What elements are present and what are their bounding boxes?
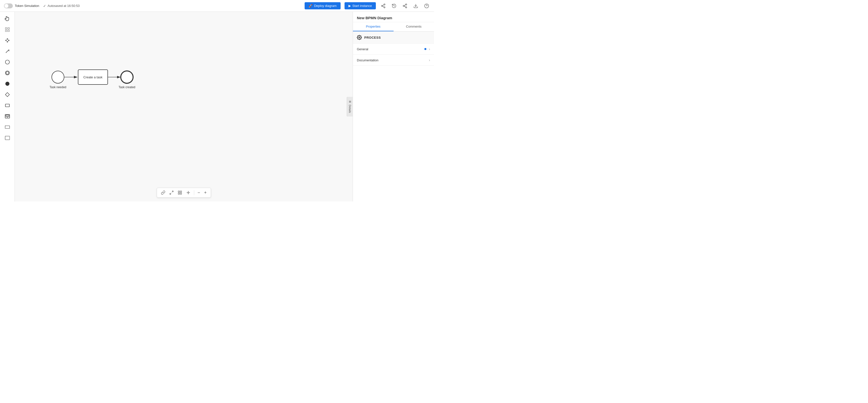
- svg-point-2: [384, 7, 385, 8]
- export-icon: [402, 3, 407, 8]
- svg-rect-32: [6, 115, 9, 116]
- start-instance-label: Start instance: [352, 4, 372, 8]
- subprocess-tool-button[interactable]: [2, 111, 12, 121]
- token-simulation-label: Token Simulation: [15, 4, 39, 8]
- process-label: PROCESS: [364, 36, 381, 39]
- details-label: Details: [348, 105, 351, 113]
- svg-line-9: [404, 5, 406, 5]
- svg-rect-41: [180, 193, 181, 194]
- svg-rect-16: [8, 30, 9, 32]
- share-network-button[interactable]: [380, 2, 387, 9]
- diagram-list-icon: [178, 191, 182, 195]
- check-icon: ✓: [43, 4, 46, 8]
- svg-point-5: [406, 4, 407, 5]
- pool-tool-button[interactable]: [2, 133, 12, 143]
- embed-button[interactable]: [159, 190, 166, 196]
- intermediate-event-icon: [5, 70, 10, 76]
- cursor-tool-button[interactable]: [2, 25, 12, 34]
- event-subprocess-tool-button[interactable]: [2, 122, 12, 132]
- zoom-in-button[interactable]: +: [203, 190, 208, 196]
- task-tool-button[interactable]: [2, 101, 12, 110]
- space-icon: [5, 38, 10, 43]
- fullscreen-icon: [169, 191, 174, 195]
- documentation-section-row[interactable]: Documentation ›: [353, 55, 434, 66]
- align-icon: [186, 191, 190, 195]
- end-event-tool-button[interactable]: [2, 79, 12, 89]
- bottom-divider: [194, 190, 194, 195]
- event-subprocess-icon: [5, 124, 10, 130]
- gateway-tool-button[interactable]: [2, 90, 12, 100]
- intermediate-event-tool-button[interactable]: [2, 68, 12, 78]
- bottom-toolbar: − +: [156, 188, 211, 198]
- documentation-chevron-icon: ›: [429, 58, 430, 62]
- svg-line-8: [404, 6, 406, 7]
- end-event-node[interactable]: [121, 71, 133, 83]
- token-simulation-toggle[interactable]: [4, 3, 13, 8]
- hand-tool-button[interactable]: [2, 14, 12, 24]
- svg-point-26: [5, 82, 9, 86]
- hamburger-icon: ≡: [348, 101, 352, 103]
- end-event-label: Task created: [119, 86, 135, 89]
- svg-rect-38: [178, 191, 179, 192]
- tab-comments[interactable]: Comments: [394, 22, 434, 31]
- subprocess-icon: [5, 113, 10, 119]
- general-chevron-icon: ›: [429, 47, 430, 51]
- help-button[interactable]: [423, 2, 430, 9]
- svg-point-47: [359, 37, 360, 38]
- svg-rect-39: [180, 191, 181, 192]
- gateway-icon: [5, 92, 10, 97]
- svg-line-4: [382, 5, 384, 5]
- general-dot: [424, 48, 426, 50]
- token-simulation-toggle-container: Token Simulation: [4, 3, 39, 8]
- rocket-icon: 🚀: [309, 4, 312, 8]
- history-button[interactable]: [391, 2, 398, 9]
- svg-point-42: [188, 192, 189, 193]
- canvas-area[interactable]: Task needed Create a task Task created ≡…: [15, 12, 353, 201]
- deploy-label: Deploy diagram: [314, 4, 336, 8]
- task-icon: [5, 103, 10, 108]
- align-button[interactable]: [184, 190, 192, 196]
- zoom-out-button[interactable]: −: [196, 190, 202, 196]
- end-event-icon: [5, 81, 10, 87]
- svg-line-36: [172, 191, 173, 192]
- svg-rect-13: [5, 28, 7, 29]
- history-icon: [392, 3, 397, 8]
- lasso-tool-button[interactable]: [2, 46, 12, 56]
- general-section-right: ›: [424, 47, 430, 51]
- lasso-icon: [5, 48, 10, 54]
- start-event-tool-button[interactable]: [2, 57, 12, 67]
- fullscreen-button[interactable]: [167, 190, 175, 196]
- start-instance-button[interactable]: ▶ Start instance: [345, 2, 376, 9]
- start-event-icon: [5, 59, 10, 65]
- svg-point-1: [381, 5, 383, 6]
- svg-rect-33: [5, 126, 9, 129]
- svg-rect-14: [8, 28, 9, 29]
- panel-process-header: PROCESS: [353, 32, 434, 44]
- space-tool-button[interactable]: [2, 35, 12, 45]
- hand-icon: [5, 16, 10, 22]
- svg-point-6: [403, 5, 404, 6]
- pool-icon: [5, 135, 10, 141]
- diagram-list-button[interactable]: [176, 190, 183, 196]
- download-button[interactable]: [412, 2, 419, 9]
- autosave-text: Autosaved at 16:50:53: [48, 4, 80, 8]
- tab-properties[interactable]: Properties: [353, 22, 394, 31]
- export-share-button[interactable]: [401, 2, 408, 9]
- svg-line-21: [6, 50, 9, 53]
- plus-icon: +: [204, 191, 207, 195]
- svg-rect-28: [5, 104, 9, 107]
- svg-point-11: [425, 4, 429, 8]
- documentation-section-right: ›: [429, 58, 430, 62]
- svg-marker-27: [5, 93, 9, 97]
- deploy-button[interactable]: 🚀 Deploy diagram: [305, 2, 340, 9]
- panel-tabs: Properties Comments: [353, 22, 434, 32]
- svg-point-23: [5, 60, 9, 64]
- general-label: General: [357, 47, 368, 51]
- general-section-row[interactable]: General ›: [353, 44, 434, 55]
- details-tab[interactable]: ≡ Details: [347, 97, 353, 116]
- embed-icon: [161, 191, 165, 195]
- start-event-label: Task needed: [50, 86, 66, 89]
- toolbox: [0, 12, 15, 201]
- svg-rect-34: [5, 136, 9, 140]
- start-event-node[interactable]: [52, 71, 64, 83]
